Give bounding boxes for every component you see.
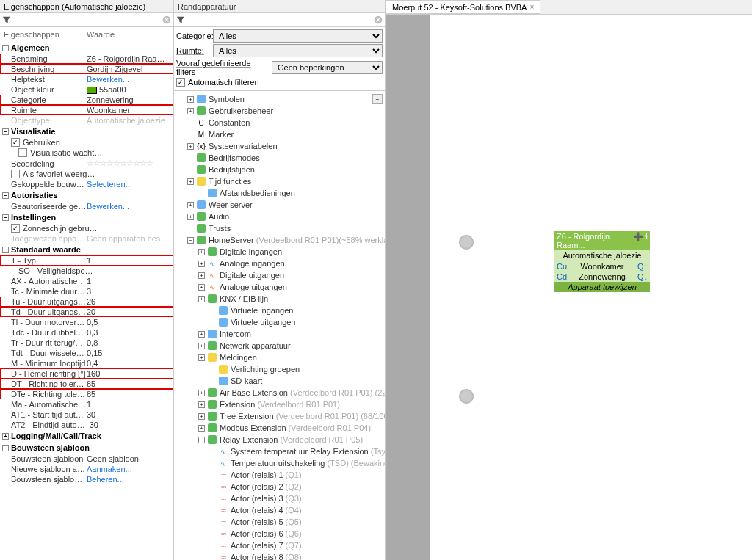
port-out[interactable]: Q↑ [633, 262, 648, 271]
prop-value[interactable]: Bewerken... [87, 75, 171, 84]
close-icon[interactable] [373, 15, 383, 25]
canvas-anchor[interactable] [459, 235, 474, 250]
tree-item[interactable]: +Netwerk apparatuur [174, 340, 385, 352]
tree-item[interactable]: Verlichting groepen [174, 363, 385, 375]
prop-value[interactable]: Z6 - Rolgordijn Raam Zijgev... [87, 54, 171, 63]
prop-value[interactable]: Automatische jaloezie [87, 116, 171, 125]
prop-value[interactable]: 0,4 [87, 359, 171, 368]
tree-toggle[interactable]: + [187, 202, 194, 208]
section-header[interactable]: −Standaard waarde [0, 244, 173, 255]
canvas-tab[interactable]: Moerput 52 - Keysoft-Solutions BVBA × [386, 0, 540, 14]
tree-item[interactable]: +Audio [174, 211, 385, 222]
prop-value[interactable]: Selecteren... [87, 180, 171, 189]
prop-value[interactable]: 1 [87, 400, 171, 409]
filter-category-select[interactable]: Alles [213, 29, 383, 43]
checkbox[interactable]: ✓ [11, 138, 20, 147]
property-row[interactable]: Nieuwe sjabloon aanma...Aanmaken... [0, 464, 173, 474]
tree-item[interactable]: Afstandsbedieningen [174, 187, 385, 199]
tree-toggle[interactable]: − [198, 437, 205, 443]
prop-value[interactable]: Geen apparaten beschikbaar... [87, 234, 171, 243]
section-header[interactable]: −Autorisaties [0, 189, 173, 201]
prop-value[interactable]: 20 [87, 308, 171, 316]
tree-toggle[interactable]: + [198, 284, 205, 291]
checkbox[interactable]: ✓ [11, 224, 20, 233]
node-port-row[interactable]: CdZonneweringQ↓ [554, 272, 650, 282]
tree-toggle[interactable]: + [198, 261, 205, 267]
canvas-anchor[interactable] [459, 389, 474, 404]
prop-value[interactable]: 85 [87, 379, 171, 388]
property-row[interactable]: ✓Gebruiken [0, 137, 173, 148]
tree-toggle[interactable]: + [198, 331, 205, 338]
property-row[interactable]: ✓Zonneschijn gebruiken [0, 223, 173, 233]
tree-item[interactable]: Bedrijfstijden [174, 164, 385, 175]
tree-item[interactable]: −Relay Extension (Verdeelbord R01 P05) [174, 434, 385, 446]
tree-item[interactable]: +Extension (Verdeelbord R01 P01) [174, 399, 385, 410]
filter-predef-select[interactable]: Geen beperkingen [272, 61, 383, 74]
property-row[interactable]: HelptekstBewerken... [0, 74, 173, 84]
property-row[interactable]: Visualisatie wachtwo... [0, 148, 173, 158]
tree-item[interactable]: ⎓Actor (relais) 6 (Q6) [174, 528, 385, 539]
node-footer[interactable]: Apparaat toewijzen [554, 282, 650, 292]
tree-item[interactable]: +Modbus Extension (Verdeelbord R01 P04) [174, 422, 385, 434]
tree-item[interactable]: CConstanten [174, 117, 385, 128]
device-tree[interactable]: +Symbolen−+GebruikersbeheerCConstantenMM… [174, 91, 385, 560]
tree-item[interactable]: +Weer server [174, 199, 385, 211]
prop-value[interactable]: 3 [87, 287, 171, 296]
property-row[interactable]: D - Hemel richting [°]160 [0, 368, 173, 379]
property-row[interactable]: RuimteWoonkamer [0, 105, 173, 115]
property-row[interactable]: Toegewezen apparaatGeen apparaten beschi… [0, 233, 173, 244]
tree-item[interactable]: ⎓Actor (relais) 5 (Q5) [174, 516, 385, 528]
property-row[interactable]: Gekoppelde bouwstenenSelecteren... [0, 179, 173, 189]
property-row[interactable]: SO - Veiligheidspositi... [0, 266, 173, 276]
property-row[interactable]: Tl - Duur motorvergrend...0,5 [0, 317, 173, 327]
port-in[interactable]: Cu [557, 262, 571, 271]
tree-toggle[interactable]: + [187, 96, 194, 103]
plus-icon[interactable]: ➕ [633, 232, 643, 250]
tree-toggle[interactable]: + [187, 214, 194, 220]
canvas-node[interactable]: Z6 - Rolgordijn Raam... ➕ ℹ Automatische… [554, 231, 650, 292]
tree-toggle[interactable]: + [187, 178, 194, 185]
prop-value[interactable]: Beheren... [87, 475, 171, 484]
filter-icon[interactable] [1, 15, 12, 25]
property-row[interactable]: BenamingZ6 - Rolgordijn Raam Zijgev... [0, 54, 173, 64]
tree-item[interactable]: ⎓Actor (relais) 2 (Q2) [174, 481, 385, 492]
tree-item[interactable]: Trusts [174, 222, 385, 234]
tree-item[interactable]: ⎓Actor (relais) 8 (Q8) [174, 551, 385, 560]
checkbox[interactable] [18, 148, 27, 157]
property-row[interactable]: Tr - Duur rit terug/zonne...0,8 [0, 338, 173, 348]
node-port-row[interactable]: CuWoonkamerQ↑ [554, 261, 650, 272]
collapse-all-icon[interactable]: − [372, 94, 383, 104]
prop-value[interactable]: ☆☆☆☆☆☆☆☆☆☆ [87, 159, 171, 168]
tree-item[interactable]: ∿Systeem temperatuur Relay Extension (Ts… [174, 446, 385, 457]
prop-value[interactable]: 55aa00 [87, 85, 171, 94]
property-row[interactable]: Tdt - Duur wisselen van r...0,15 [0, 348, 173, 358]
prop-value[interactable]: 30 [87, 410, 171, 419]
prop-value[interactable]: 26 [87, 297, 171, 306]
property-row[interactable]: AT1 - Start tijd automatis...30 [0, 410, 173, 420]
property-row[interactable]: ObjecttypeAutomatische jaloezie [0, 115, 173, 126]
property-row[interactable]: Tc - Minimale duur inga...3 [0, 286, 173, 297]
property-row[interactable]: Bouwsteen sjabloonGeen sjabloon [0, 454, 173, 464]
property-row[interactable]: M - Minimum looptijd0,4 [0, 358, 173, 368]
prop-value[interactable]: Woonkamer [87, 106, 171, 114]
property-row[interactable]: DT - Richting tolerantie s...85 [0, 379, 173, 389]
tree-item[interactable]: +Air Base Extension (Verdeelbord R01 P01… [174, 387, 385, 399]
tree-toggle[interactable]: + [198, 343, 205, 349]
auto-filter-checkbox[interactable]: ✓ [176, 78, 185, 87]
filter-icon[interactable] [176, 15, 186, 25]
property-row[interactable]: Bouwsteen sjablonen be...Beheren... [0, 474, 173, 484]
tree-item[interactable]: +KNX / EIB lijn [174, 293, 385, 305]
tree-toggle[interactable]: + [198, 354, 205, 361]
tree-item[interactable]: ⎓Actor (relais) 1 (Q1) [174, 469, 385, 481]
tree-item[interactable]: +Intercom [174, 328, 385, 340]
prop-value[interactable]: Gordijn Zijgevel [87, 65, 171, 73]
tree-item[interactable]: +Symbolen− [174, 93, 385, 105]
tree-item[interactable]: +∿Digitale uitgangen [174, 269, 385, 281]
property-row[interactable]: Object kleur55aa00 [0, 84, 173, 95]
prop-value[interactable]: Zonnewering [87, 95, 171, 104]
property-row[interactable]: Als favoriet weergeven [0, 169, 173, 179]
prop-value[interactable]: 0,8 [87, 338, 171, 347]
filter-room-select[interactable]: Alles [213, 44, 383, 57]
tree-item[interactable]: −HomeServer (Verdeelbord R01 P01)(~58% w… [174, 234, 385, 246]
tree-toggle[interactable]: + [187, 143, 194, 150]
